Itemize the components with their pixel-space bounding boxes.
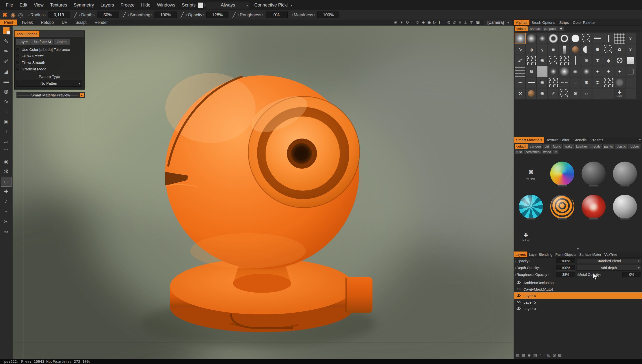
- leaves-alpha[interactable]: ✸: [592, 44, 603, 55]
- panel-tab[interactable]: Smart Materials: [514, 137, 544, 143]
- menu-item[interactable]: Edit: [16, 3, 31, 8]
- alpha-thumb[interactable]: [537, 66, 548, 77]
- circle-alpha[interactable]: ○: [581, 88, 592, 99]
- viewport-canvas[interactable]: Tool Options LayerSurface MObject Use Co…: [12, 25, 514, 359]
- screen-icon[interactable]: ▣: [475, 20, 481, 25]
- param-value[interactable]: 0%: [266, 12, 288, 18]
- fan-alpha[interactable]: ≡: [548, 44, 559, 55]
- delete-layer-icon[interactable]: ▦: [522, 353, 525, 357]
- workspace-tab[interactable]: Tweak: [17, 20, 37, 25]
- alpha-thumb[interactable]: [581, 33, 592, 44]
- snow-alpha[interactable]: ✻: [592, 55, 603, 66]
- alpha-thumb[interactable]: ✚ NEW: [614, 88, 625, 99]
- param-value[interactable]: 0,119: [48, 12, 70, 18]
- pen-pressure-icon[interactable]: ╱: [232, 12, 235, 18]
- fill-tool[interactable]: ◍: [1, 86, 12, 96]
- flatten-tool[interactable]: ▬: [1, 76, 12, 86]
- material-category-chip[interactable]: metals: [589, 144, 602, 149]
- alpha-thumb[interactable]: [515, 77, 526, 88]
- flatten-layers-icon[interactable]: ⊞: [547, 353, 550, 357]
- checkbox-row[interactable]: Fill w/ Smooth: [16, 59, 83, 66]
- pencil-tool[interactable]: ✏: [1, 46, 12, 56]
- camera-dropdown[interactable]: [Camera] ▾: [485, 20, 512, 25]
- menu-item[interactable]: Symmetry: [70, 3, 97, 8]
- scratch-alpha[interactable]: ∼∼: [559, 77, 570, 88]
- param-value[interactable]: 100%: [317, 12, 339, 18]
- alpha-thumb[interactable]: [603, 33, 614, 44]
- alpha-thumb[interactable]: [548, 55, 559, 66]
- preview-tool[interactable]: ◉: [1, 157, 12, 167]
- close-tool-icon[interactable]: ✖: [0, 12, 10, 19]
- alpha-thumb[interactable]: [614, 55, 625, 66]
- alpha-thumb[interactable]: [515, 33, 526, 44]
- visibility-eye-icon[interactable]: [516, 301, 521, 303]
- rotate-ccw-icon[interactable]: ↺: [414, 20, 420, 25]
- material-category-chip[interactable]: leaks: [563, 144, 574, 149]
- knife-tool[interactable]: ∕: [1, 197, 12, 207]
- visibility-eye-icon[interactable]: [516, 288, 521, 290]
- flower-alpha[interactable]: ✼: [592, 77, 603, 88]
- menu-item[interactable]: Hide: [138, 3, 154, 8]
- connective-picker-dropdown[interactable]: Connective Picki ▾: [253, 3, 294, 8]
- pattern-dropdown[interactable]: No Pattern ▾: [17, 80, 82, 87]
- tools-alpha[interactable]: ⚒: [515, 88, 526, 99]
- alpha-thumb[interactable]: [559, 55, 570, 66]
- pen-pressure-icon[interactable]: ╱: [181, 12, 184, 18]
- alpha-group-chip[interactable]: penpack: [542, 26, 558, 31]
- alpha-thumb[interactable]: [581, 66, 592, 77]
- alpha-thumb[interactable]: [614, 66, 625, 77]
- alpha-thumb[interactable]: [625, 55, 636, 66]
- checkbox-row[interactable]: Fill w/ Freeze: [16, 53, 83, 59]
- curve-tool[interactable]: ⌒: [1, 147, 12, 157]
- tool-options-tab[interactable]: Surface M: [31, 39, 53, 45]
- sparkle-alpha[interactable]: ✦: [603, 66, 614, 77]
- always-dropdown[interactable]: Always ▾: [206, 1, 250, 9]
- brush-tip-soft-icon[interactable]: ◎: [17, 12, 24, 18]
- alpha-group-chip[interactable]: default: [515, 26, 528, 31]
- material-thumb[interactable]: [579, 158, 609, 190]
- alpha-thumb[interactable]: [581, 44, 592, 55]
- expand-chevron-icon[interactable]: ▾: [514, 247, 642, 251]
- fur-alpha[interactable]: ∕∕∕: [515, 55, 526, 66]
- alpha-group-chip[interactable]: artman: [528, 26, 541, 31]
- param-value[interactable]: 128%: [206, 12, 228, 18]
- menu-item[interactable]: Windows: [154, 3, 179, 8]
- alpha-thumb[interactable]: [526, 88, 537, 99]
- merge-up-icon[interactable]: ↑: [539, 353, 541, 357]
- extrude-tool[interactable]: ⌐: [1, 207, 12, 217]
- pen-pressure-icon[interactable]: ╱: [74, 12, 77, 18]
- eraser-tool[interactable]: ▭: [1, 177, 12, 187]
- panel-tab[interactable]: Texture Editor: [544, 137, 572, 143]
- metal-opacity-value[interactable]: 0%: [622, 272, 641, 277]
- alpha-thumb[interactable]: [614, 77, 625, 88]
- layer-row[interactable]: Layer 5: [514, 299, 642, 305]
- material-thumb[interactable]: [579, 191, 609, 223]
- leaf-alpha[interactable]: ✿: [614, 44, 625, 55]
- alpha-thumb[interactable]: [559, 88, 570, 99]
- move-icon[interactable]: ✚: [420, 20, 426, 25]
- material-close-button[interactable]: ✖ CLOSE: [516, 158, 546, 190]
- layer-row[interactable]: CavityMask(Auto): [514, 286, 642, 292]
- add-alpha-group-icon[interactable]: ✚: [558, 26, 564, 31]
- material-category-chip[interactable]: plastic: [615, 144, 627, 149]
- checkbox-row[interactable]: Use Color [albedo] Tolerance: [16, 46, 83, 53]
- alpha-thumb[interactable]: [548, 77, 559, 88]
- workspace-tab[interactable]: Retopo: [37, 20, 58, 25]
- workspace-tab[interactable]: UV: [58, 20, 71, 25]
- rotate-cw-icon[interactable]: ↻: [405, 20, 410, 25]
- visibility-eye-icon[interactable]: [516, 281, 521, 284]
- checkbox-row[interactable]: Gradient Mode: [16, 66, 83, 72]
- panel-tab[interactable]: Color Palette: [571, 20, 597, 25]
- panel-tab[interactable]: Brush Options: [529, 20, 557, 25]
- twig-alpha[interactable]: γ: [537, 44, 548, 55]
- panel-tab[interactable]: Alphas: [514, 20, 529, 25]
- material-thumb[interactable]: [516, 191, 546, 223]
- material-category-chip[interactable]: fabric: [551, 144, 562, 149]
- gear-icon[interactable]: ⚙: [570, 88, 581, 99]
- material-category-chip[interactable]: scratches: [524, 150, 541, 154]
- opacity-value[interactable]: 100%: [556, 258, 575, 264]
- depth-blend-dropdown[interactable]: Add depth ▾: [577, 265, 641, 271]
- glow-icon[interactable]: ✶: [399, 20, 405, 25]
- alpha-thumb[interactable]: [603, 77, 614, 88]
- alpha-thumb[interactable]: [526, 77, 537, 88]
